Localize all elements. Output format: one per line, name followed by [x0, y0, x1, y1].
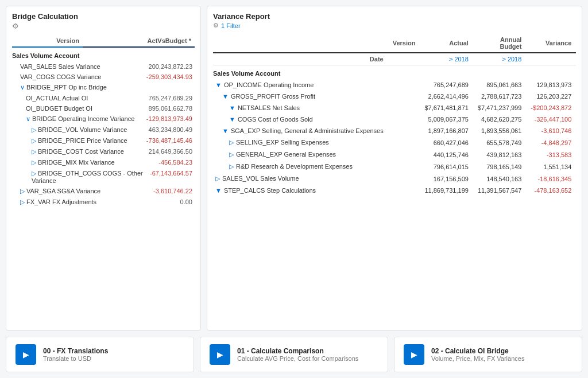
left-row-value-bridge_mix: -456,584.23: [158, 159, 192, 166]
right-row-budget-rd_exp: 798,165,149: [473, 161, 526, 173]
right-row-version-sga_exp: [388, 125, 420, 137]
left-row-bridge_op[interactable]: ∨BRIDGE Operating Income Variance-129,81…: [12, 114, 195, 124]
left-row-label-bridge_vol: ▷BRIDGE_VOL Volume Variance: [14, 126, 127, 134]
right-row-version-cogs: [388, 114, 420, 125]
col-actvsbudget-header: ActVsBudget *: [83, 35, 195, 47]
variance-table: Version Actual Annual Budget Variance Da…: [213, 34, 576, 196]
left-row-bridge_mix[interactable]: ▷BRIDGE_MIX Mix Variance-456,584.23: [12, 157, 195, 168]
left-row-var_cogs[interactable]: VAR_COGS COGS Variance-259,303,434.93: [12, 72, 195, 82]
col-variance: Variance: [526, 34, 576, 53]
right-row-actual-sales_vol: 167,156,509: [420, 173, 473, 185]
right-row-variance-op_income: 129,813,973: [526, 79, 576, 91]
left-row-bridge_vol[interactable]: ▷BRIDGE_VOL Volume Variance463,234,800.4…: [12, 124, 195, 135]
right-row-actual-gross_profit: 2,662,414,496: [420, 91, 473, 102]
right-row-label-sales_vol: ▷SALES_VOL Sales Volume: [213, 173, 388, 185]
left-row-bridge_price[interactable]: ▷BRIDGE_PRICE Price Variance-736,487,145…: [12, 135, 195, 146]
left-row-label-var_sales: VAR_SALES Sales Variance: [14, 63, 100, 70]
right-panel-subtitle: ⚙ 1 Filter: [213, 22, 576, 29]
left-row-bridge_cost[interactable]: ▷BRIDGE_COST Cost Variance214,649,366.50: [12, 146, 195, 157]
right-row-rd_exp[interactable]: ▷R&D Research & Development Expenses 796…: [213, 161, 576, 173]
variance-report-panel: Variance Report ⚙ 1 Filter Version Actua…: [207, 6, 582, 331]
left-row-value-bridge_op: -129,813,973.49: [146, 115, 192, 123]
action-title-2: 02 - Calculate OI Bridge: [431, 347, 524, 355]
right-row-sales_vol[interactable]: ▷SALES_VOL Sales Volume 167,156,509 148,…: [213, 173, 576, 185]
left-section-header: Sales Volume Account: [12, 47, 195, 61]
right-row-op_income[interactable]: ▼OP_INCOME Operating Income 765,247,689 …: [213, 79, 576, 91]
right-row-version-general_exp: [388, 149, 420, 161]
right-row-budget-general_exp: 439,812,163: [473, 149, 526, 161]
right-row-actual-op_income: 765,247,689: [420, 79, 473, 91]
left-row-label-bridge_oth: ▷BRIDGE_OTH_COGS COGS - Other Variance: [14, 170, 150, 184]
right-row-label-sga_exp: ▼SGA_EXP Selling, General & Administrati…: [213, 125, 388, 137]
right-row-version-op_income: [388, 79, 420, 91]
right-row-version-selling_exp: [388, 137, 420, 149]
right-row-budget-gross_profit: 2,788,617,723: [473, 91, 526, 102]
date-variance-empty: [526, 53, 576, 65]
action-desc-0: Translate to USD: [43, 355, 108, 362]
left-row-var_sga[interactable]: ▷VAR_SGA SG&A Variance-3,610,746.22: [12, 186, 195, 197]
right-row-sga_exp[interactable]: ▼SGA_EXP Selling, General & Administrati…: [213, 125, 576, 137]
filter-label[interactable]: 1 Filter: [221, 22, 241, 29]
action-title-1: 01 - Calculate Comparison: [237, 347, 358, 355]
left-row-oi_budget[interactable]: OI_BUDGET Budget OI895,061,662.78: [12, 103, 195, 114]
right-row-version-rd_exp: [388, 161, 420, 173]
right-row-variance-rd_exp: 1,551,134: [526, 161, 576, 173]
right-row-label-op_income: ▼OP_INCOME Operating Income: [213, 79, 388, 91]
settings-icon-left[interactable]: ⚙: [12, 22, 195, 30]
action-card-1: ▶ 01 - Calculate Comparison Calculate AV…: [200, 337, 388, 372]
date-budget: > 2018: [473, 53, 526, 65]
play-button-2[interactable]: ▶: [404, 344, 424, 365]
left-row-label-var_sga: ▷VAR_SGA SG&A Variance: [14, 188, 100, 195]
left-row-bridge_rpt[interactable]: ∨BRIDGE_RPT Op inc Bridge: [12, 82, 195, 93]
left-row-value-var_sales: 200,243,872.23: [149, 63, 192, 70]
right-row-budget-netsales: $7,471,237,999: [473, 102, 526, 114]
left-row-value-var_sga: -3,610,746.22: [153, 188, 192, 195]
right-row-variance-sales_vol: -18,616,345: [526, 173, 576, 185]
right-row-actual-step_calcs: 11,869,731,199: [420, 185, 473, 196]
right-row-netsales[interactable]: ▼NETSALES Net Sales $7,671,481,871 $7,47…: [213, 102, 576, 114]
right-row-label-general_exp: ▷GENERAL_EXP General Expenses: [213, 149, 388, 161]
left-row-fx_var[interactable]: ▷FX_VAR FX Adjustments0.00: [12, 197, 195, 208]
left-row-label-bridge_op: ∨BRIDGE Operating Income Variance: [14, 115, 134, 123]
right-row-budget-cogs: 4,682,620,275: [473, 114, 526, 125]
right-row-actual-sga_exp: 1,897,166,807: [420, 125, 473, 137]
left-row-value-var_cogs: -259,303,434.93: [146, 73, 192, 80]
right-row-budget-selling_exp: 655,578,749: [473, 137, 526, 149]
left-row-var_sales[interactable]: VAR_SALES Sales Variance200,243,872.23: [12, 61, 195, 72]
action-text-2: 02 - Calculate OI Bridge Volume, Price, …: [431, 347, 524, 362]
filter-icon: ⚙: [213, 22, 219, 29]
date-label: Date: [213, 53, 388, 65]
left-row-value-fx_var: 0.00: [180, 198, 192, 206]
right-row-label-selling_exp: ▷SELLING_EXP Selling Expenses: [213, 137, 388, 149]
right-row-cogs[interactable]: ▼COGS Cost of Goods Sold 5,009,067,375 4…: [213, 114, 576, 125]
right-row-variance-cogs: -326,447,100: [526, 114, 576, 125]
left-rows-container: VAR_SALES Sales Variance200,243,872.23VA…: [12, 61, 195, 208]
bridge-calculation-panel: Bridge Calculation ⚙ Version ActVsBudget…: [6, 6, 201, 331]
col-version-right: Version: [388, 34, 420, 53]
left-row-value-bridge_oth: -67,143,664.57: [150, 170, 192, 184]
right-row-version-gross_profit: [388, 91, 420, 102]
left-row-label-bridge_cost: ▷BRIDGE_COST Cost Variance: [14, 148, 124, 155]
col-actual: Actual: [420, 34, 473, 53]
col-version-left: [12, 35, 17, 47]
right-row-variance-netsales: -$200,243,872: [526, 102, 576, 114]
bridge-table: Version ActVsBudget * Sales Volume Accou…: [12, 35, 195, 61]
play-button-1[interactable]: ▶: [210, 344, 230, 365]
play-button-0[interactable]: ▶: [16, 344, 36, 365]
left-row-label-oi_budget: OI_BUDGET Budget OI: [14, 105, 92, 112]
left-row-label-fx_var: ▷FX_VAR FX Adjustments: [14, 198, 96, 206]
left-row-oi_actual[interactable]: OI_ACTUAL Actual OI765,247,689.29: [12, 93, 195, 103]
left-row-bridge_oth[interactable]: ▷BRIDGE_OTH_COGS COGS - Other Variance-6…: [12, 168, 195, 186]
col-label: [213, 34, 388, 53]
right-row-gross_profit[interactable]: ▼GROSS_PROFIT Gross Profit 2,662,414,496…: [213, 91, 576, 102]
right-row-actual-netsales: $7,671,481,871: [420, 102, 473, 114]
right-row-selling_exp[interactable]: ▷SELLING_EXP Selling Expenses 660,427,04…: [213, 137, 576, 149]
right-row-budget-step_calcs: 11,391,567,547: [473, 185, 526, 196]
action-desc-1: Calculate AVG Price, Cost for Comparison…: [237, 355, 358, 362]
left-row-value-oi_budget: 895,061,662.78: [149, 105, 192, 112]
left-row-value-bridge_cost: 214,649,366.50: [149, 148, 192, 155]
right-row-step_calcs[interactable]: ▼STEP_CALCS Step Calculations 11,869,731…: [213, 185, 576, 196]
right-row-general_exp[interactable]: ▷GENERAL_EXP General Expenses 440,125,74…: [213, 149, 576, 161]
left-row-value-bridge_vol: 463,234,800.49: [149, 126, 192, 134]
bottom-actions: ▶ 00 - FX Translations Translate to USD …: [0, 331, 588, 378]
